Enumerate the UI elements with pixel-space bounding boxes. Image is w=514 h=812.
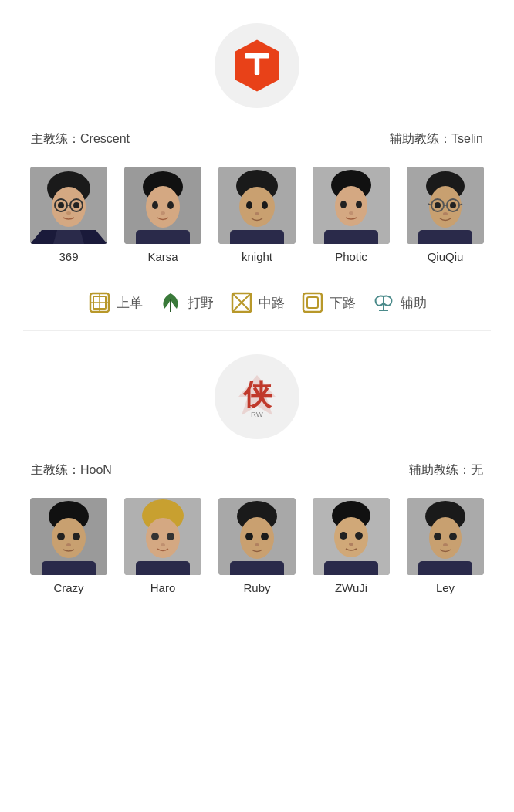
- player-ley-avatar: [407, 498, 484, 575]
- player-369: 369: [25, 167, 112, 263]
- svg-point-88: [349, 543, 353, 546]
- svg-point-72: [151, 533, 159, 540]
- svg-rect-27: [230, 230, 284, 244]
- svg-point-86: [340, 532, 347, 540]
- svg-point-31: [340, 201, 347, 208]
- svg-point-32: [356, 201, 362, 208]
- team2-coaches-row: 主教练：HooN 辅助教练：无: [0, 455, 514, 486]
- team1-logo-icon: [226, 35, 288, 96]
- player-qiuqiu: QiuQiu: [402, 167, 489, 263]
- team2-logo-icon: 侠 RW: [226, 366, 288, 428]
- svg-point-67: [66, 543, 71, 546]
- team1-logo-circle: [215, 23, 299, 108]
- svg-rect-68: [42, 561, 96, 575]
- svg-point-9: [58, 202, 64, 208]
- jungle-icon: [158, 290, 183, 315]
- role-bot-label: 下路: [330, 294, 356, 312]
- player-knight-name: knight: [242, 250, 272, 263]
- player-369-name: 369: [59, 250, 78, 263]
- svg-point-33: [349, 211, 353, 215]
- player-photic-avatar: [313, 167, 390, 244]
- team1-assist-coach-label: 辅助教练：Tselin: [390, 131, 483, 147]
- svg-point-45: [443, 212, 448, 215]
- player-knight: knight: [214, 167, 300, 263]
- svg-point-80: [261, 533, 269, 540]
- role-jungle-label: 打野: [188, 294, 214, 312]
- role-mid-label: 中路: [259, 294, 285, 312]
- player-qiuqiu-name: QiuQiu: [428, 250, 464, 263]
- team1-head-coach-label: 主教练：Crescent: [31, 131, 130, 147]
- player-ley: Ley: [402, 498, 489, 594]
- role-support: 辅助: [371, 290, 427, 315]
- player-karsa-name: Karsa: [147, 250, 178, 263]
- team2-logo-circle: 侠 RW: [215, 354, 299, 439]
- svg-point-71: [146, 518, 180, 558]
- player-crazy-avatar: [30, 498, 107, 575]
- svg-point-64: [52, 518, 86, 558]
- svg-text:侠: 侠: [242, 379, 272, 411]
- player-photic-name: Photic: [335, 250, 367, 263]
- player-crazy-name: Crazy: [53, 581, 83, 594]
- svg-point-94: [449, 533, 457, 540]
- role-bot: 下路: [300, 290, 356, 315]
- svg-point-25: [262, 201, 268, 209]
- player-ley-name: Ley: [436, 581, 455, 594]
- player-ruby-name: Ruby: [243, 581, 270, 594]
- svg-point-37: [429, 186, 462, 228]
- svg-point-81: [255, 543, 259, 546]
- svg-point-65: [57, 533, 65, 540]
- svg-point-10: [73, 202, 79, 208]
- bot-icon: [300, 290, 325, 315]
- svg-rect-89: [324, 561, 378, 575]
- team1-logo-area: [0, 0, 514, 123]
- svg-point-16: [146, 186, 180, 228]
- svg-rect-46: [418, 230, 472, 244]
- player-zwuji: ZWuJi: [308, 498, 394, 594]
- svg-point-92: [429, 517, 462, 559]
- svg-point-26: [255, 212, 259, 215]
- svg-text:RW: RW: [251, 410, 264, 418]
- svg-point-78: [240, 517, 274, 559]
- player-369-avatar: [30, 167, 107, 244]
- svg-point-93: [434, 533, 441, 540]
- team1-coaches-row: 主教练：Crescent 辅助教练：Tselin: [0, 123, 514, 155]
- svg-point-74: [161, 543, 165, 546]
- team2-head-coach-label: 主教练：HooN: [31, 462, 112, 479]
- player-knight-avatar: [218, 167, 296, 244]
- svg-rect-20: [136, 230, 190, 244]
- team2-logo-area: 侠 RW: [0, 331, 514, 455]
- player-haro-name: Haro: [150, 581, 176, 594]
- player-haro-avatar: [124, 498, 201, 575]
- role-top: 上单: [87, 290, 143, 315]
- top-icon: [87, 290, 112, 315]
- svg-point-85: [334, 517, 368, 557]
- svg-rect-82: [230, 561, 284, 575]
- player-crazy: Crazy: [25, 498, 112, 594]
- svg-rect-75: [136, 561, 190, 575]
- svg-point-6: [52, 187, 86, 227]
- svg-point-87: [355, 532, 363, 540]
- player-zwuji-name: ZWuJi: [335, 581, 367, 594]
- role-jungle: 打野: [158, 290, 214, 315]
- player-qiuqiu-avatar: [407, 167, 484, 244]
- team2-assist-coach-label: 辅助教练：无: [409, 462, 483, 479]
- svg-point-79: [245, 533, 253, 540]
- svg-point-17: [152, 201, 158, 209]
- roles-row: 上单 打野 中路 下路 辅助: [0, 275, 514, 330]
- player-ruby: Ruby: [214, 498, 300, 594]
- player-karsa-avatar: [124, 167, 201, 244]
- svg-point-18: [167, 201, 174, 209]
- svg-point-19: [161, 211, 165, 215]
- svg-point-12: [66, 211, 71, 215]
- player-photic: Photic: [308, 167, 394, 263]
- svg-point-24: [246, 201, 252, 209]
- player-haro: Haro: [120, 498, 206, 594]
- role-mid: 中路: [229, 290, 285, 315]
- team2-players-row: Crazy Haro: [0, 486, 514, 606]
- support-icon: [371, 290, 396, 315]
- svg-rect-55: [303, 293, 322, 312]
- svg-point-40: [435, 202, 441, 208]
- role-top-label: 上单: [117, 294, 143, 312]
- svg-point-30: [335, 186, 367, 226]
- svg-rect-96: [418, 561, 472, 575]
